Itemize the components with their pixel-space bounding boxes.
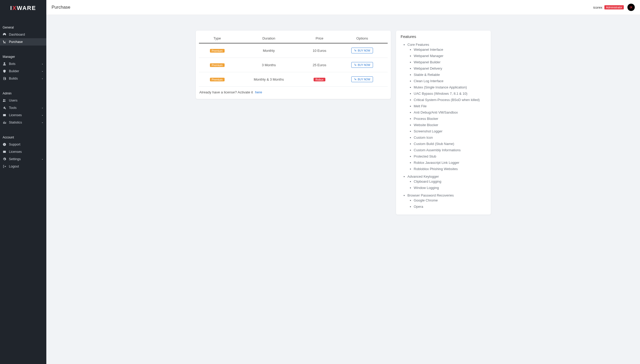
price-cell: 10 Euros (302, 43, 337, 58)
shield-icon (3, 69, 6, 73)
feature-item: Protected Stub (414, 153, 486, 160)
duration-cell: Monthly & 3 Months (236, 72, 302, 87)
feature-group: Core FeaturesWebpanel InterfaceWebpanel … (408, 41, 486, 173)
svg-point-6 (355, 80, 355, 80)
feature-item: Anti Debug/Anti VM/Sandbox (414, 109, 486, 116)
feature-item: Critical System-Process (BSoD when kille… (414, 97, 486, 103)
nav-section-header: Manager (0, 53, 46, 60)
sidebar-item-dashboard[interactable]: Dashboard (0, 31, 46, 38)
cart-icon (354, 63, 357, 66)
logout-icon (3, 165, 6, 168)
feature-item: Webpanel Builder (414, 59, 486, 65)
sidebar-item-builder[interactable]: Builder (0, 68, 46, 75)
sidebar-item-label: Purchase (9, 40, 44, 44)
svg-point-1 (5, 43, 6, 43)
duration-cell: Monthly (236, 43, 302, 58)
feature-item: Window Logging (414, 185, 486, 191)
purchase-card: TypeDurationPriceOptions PremiumMonthly1… (196, 31, 391, 99)
users-icon (3, 99, 6, 102)
feature-item: Webpanel Delivery (414, 65, 486, 72)
column-header: Options (337, 34, 388, 43)
sidebar-item-label: Users (9, 99, 44, 102)
price-cell: Robux (302, 72, 337, 87)
sidebar-item-label: Support (9, 143, 44, 146)
svg-point-5 (356, 65, 356, 66)
chevron-down-icon (41, 77, 44, 80)
avatar[interactable]: IX (627, 4, 635, 11)
sidebar-item-label: Builder (9, 69, 38, 73)
content: TypeDurationPriceOptions PremiumMonthly1… (46, 15, 640, 230)
role-badge: Administrator (604, 5, 624, 9)
sidebar-item-tools[interactable]: Tools (0, 104, 46, 111)
sidebar-item-label: Logout (9, 165, 44, 168)
duration-cell: 3 Months (236, 58, 302, 72)
column-header: Duration (236, 34, 302, 43)
sidebar-item-users[interactable]: Users (0, 97, 46, 104)
dashboard-icon (3, 33, 6, 36)
sidebar-item-licenses[interactable]: Licenses (0, 148, 46, 155)
type-badge: Premium (210, 63, 225, 67)
activate-link[interactable]: here (255, 90, 262, 94)
feature-item: Webpanel Manager (414, 53, 486, 59)
feature-item: Process Blocker (414, 116, 486, 122)
price-cell: 25 Euros (302, 58, 337, 72)
feature-item: Clipboard Logging (414, 178, 486, 185)
sidebar-item-label: Bots (9, 62, 38, 66)
feature-item: Robloblox Phishing Websites (414, 166, 486, 172)
price-badge: Robux (314, 78, 325, 81)
feature-item: Roblox Javascript Link Logger (414, 160, 486, 166)
info-icon (3, 143, 6, 146)
chevron-down-icon (41, 70, 44, 72)
sidebar-item-settings[interactable]: Settings (0, 155, 46, 163)
cart-icon (3, 40, 6, 44)
features-card: Features Core FeaturesWebpanel Interface… (396, 31, 491, 215)
feature-group: Browser Password RecoveriesGoogle Chrome… (408, 192, 486, 211)
sidebar-item-purchase[interactable]: Purchase (0, 38, 46, 46)
user-area[interactable]: icorex Administrator IX (593, 4, 635, 11)
feature-item: Webpanel Interface (414, 47, 486, 53)
sidebar-item-licenses[interactable]: Licenses (0, 111, 46, 119)
pricing-table: TypeDurationPriceOptions PremiumMonthly1… (199, 34, 388, 87)
activate-row: Already have a license? Activate it here (196, 87, 391, 95)
svg-point-0 (4, 43, 4, 43)
svg-point-7 (356, 80, 356, 80)
username: icorex (593, 5, 602, 9)
sidebar-item-bots[interactable]: Bots (0, 60, 46, 68)
sidebar-item-builds[interactable]: Builds (0, 75, 46, 82)
type-badge: Premium (210, 49, 225, 53)
buy-now-button[interactable]: BUY NOW (351, 48, 373, 53)
feature-item: Custom Assembly Informations (414, 147, 486, 153)
topbar: Purchase icorex Administrator IX (46, 0, 640, 15)
feature-group: Advanced KeyloggerClipboard LoggingWindo… (408, 173, 486, 192)
sidebar-item-label: Builds (9, 77, 38, 80)
feature-item: Stable & Reliable (414, 72, 486, 78)
feature-item: Custom Icon (414, 135, 486, 141)
feature-item: Melt File (414, 103, 486, 109)
table-row: PremiumMonthly & 3 MonthsRobuxBUY NOW (199, 72, 388, 87)
svg-point-4 (355, 65, 355, 66)
chevron-down-icon (41, 63, 44, 65)
sidebar-item-label: Settings (9, 157, 38, 161)
sidebar-item-label: Licenses (9, 150, 44, 154)
buy-now-button[interactable]: BUY NOW (351, 62, 373, 68)
type-badge: Premium (210, 78, 225, 81)
feature-item: Custom Build (Stub Name) (414, 141, 486, 147)
chevron-down-icon (41, 121, 44, 124)
sidebar-item-label: Tools (9, 106, 38, 110)
buy-now-button[interactable]: BUY NOW (351, 76, 373, 82)
user-icon (3, 62, 6, 66)
column-header: Price (302, 34, 337, 43)
card-icon (3, 150, 6, 154)
sidebar-item-support[interactable]: Support (0, 141, 46, 148)
svg-point-3 (356, 51, 356, 51)
sidebar-item-label: Dashboard (9, 33, 44, 36)
chevron-down-icon (41, 107, 44, 109)
sidebar-item-statistics[interactable]: Statistics (0, 119, 46, 126)
save-icon (3, 77, 6, 80)
feature-item: Clean Log Interface (414, 78, 486, 84)
feature-item: UAC Bypass (Windows 7, 8.1 & 10) (414, 91, 486, 97)
chevron-down-icon (41, 158, 44, 160)
table-row: PremiumMonthly10 EurosBUY NOW (199, 43, 388, 58)
sidebar-item-logout[interactable]: Logout (0, 163, 46, 170)
nav-section-header: Admin (0, 90, 46, 97)
